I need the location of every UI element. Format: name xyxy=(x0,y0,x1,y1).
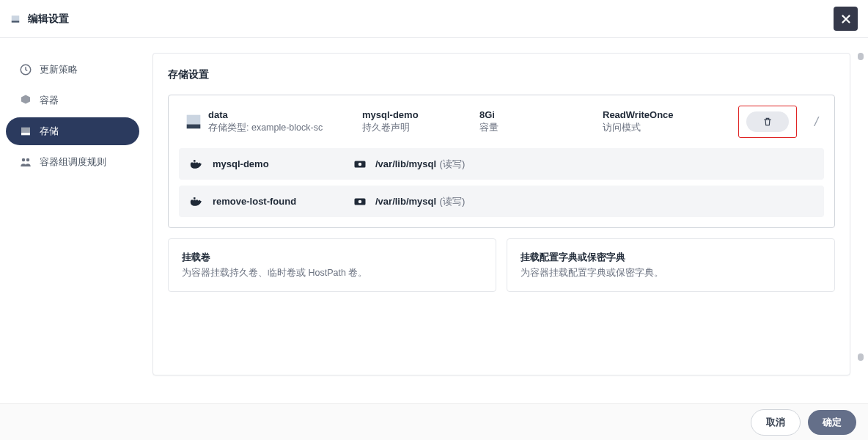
storage-icon xyxy=(10,14,21,24)
section-title: 存储设置 xyxy=(168,68,835,81)
storage-icon xyxy=(19,125,32,138)
volume-pvc-label: 持久卷声明 xyxy=(362,122,479,134)
sidebar-item-label: 容器 xyxy=(40,94,59,107)
mount-path: /var/lib/mysql xyxy=(375,196,436,207)
option-title: 挂载卷 xyxy=(182,251,482,264)
mount-name: mysql-demo xyxy=(213,158,345,169)
content-wrap: 存储设置 data 存储类型: example-block-sc mysql-d… xyxy=(145,38,868,403)
volume-icon xyxy=(179,111,208,132)
svg-rect-9 xyxy=(187,125,201,129)
main-area: 更新策略 容器 存储 容器组调度规则 存储设置 xyxy=(0,38,868,403)
docker-icon xyxy=(189,196,205,208)
volume-pvc: mysql-demo xyxy=(362,109,479,120)
sidebar-item-label: 存储 xyxy=(40,125,59,138)
svg-rect-5 xyxy=(21,128,30,133)
volume-mode-label: 访问模式 xyxy=(603,122,704,134)
close-button[interactable] xyxy=(834,7,858,31)
dialog-footer: 取消 确定 xyxy=(0,403,868,440)
svg-rect-1 xyxy=(12,21,20,22)
sidebar-item-scheduling[interactable]: 容器组调度规则 xyxy=(6,148,139,176)
mount-row: mysql-demo /var/lib/mysql (读写) xyxy=(179,148,824,180)
sidebar-item-update-policy[interactable]: 更新策略 xyxy=(6,56,139,84)
option-cards: 挂载卷 为容器挂载持久卷、临时卷或 HostPath 卷。 挂载配置字典或保密字… xyxy=(168,238,835,292)
volume-mode: ReadWriteOnce xyxy=(603,109,704,120)
dialog-header: 编辑设置 xyxy=(0,0,868,38)
header-left: 编辑设置 xyxy=(10,12,69,26)
sidebar-item-label: 更新策略 xyxy=(40,63,78,76)
volume-card: data 存储类型: example-block-sc mysql-demo 持… xyxy=(168,95,835,228)
option-desc: 为容器挂载持久卷、临时卷或 HostPath 卷。 xyxy=(182,267,482,279)
mount-name: remove-lost-found xyxy=(213,196,345,207)
svg-point-21 xyxy=(358,199,362,203)
cancel-button[interactable]: 取消 xyxy=(751,409,801,436)
svg-point-7 xyxy=(22,158,26,162)
option-title: 挂载配置字典或保密字典 xyxy=(521,251,821,264)
sidebar: 更新策略 容器 存储 容器组调度规则 xyxy=(0,38,145,403)
option-mount-volume[interactable]: 挂载卷 为容器挂载持久卷、临时卷或 HostPath 卷。 xyxy=(168,238,496,292)
svg-rect-19 xyxy=(194,197,196,199)
docker-icon xyxy=(189,158,205,170)
svg-rect-0 xyxy=(12,15,20,21)
volume-header: data 存储类型: example-block-sc mysql-demo 持… xyxy=(169,95,834,148)
sidebar-item-label: 容器组调度规则 xyxy=(40,155,106,169)
volume-type: 存储类型: example-block-sc xyxy=(208,122,362,134)
users-icon xyxy=(19,155,32,169)
dialog-title: 编辑设置 xyxy=(28,12,69,26)
sidebar-item-storage[interactable]: 存储 xyxy=(6,117,139,145)
option-desc: 为容器挂载配置字典或保密字典。 xyxy=(521,267,821,279)
delete-button[interactable] xyxy=(746,111,789,132)
volume-size: 8Gi xyxy=(479,109,603,120)
ok-button[interactable]: 确定 xyxy=(808,410,856,435)
svg-rect-13 xyxy=(194,160,196,162)
volume-name: data xyxy=(208,109,362,120)
clock-icon xyxy=(19,63,32,76)
mount-mode: (读写) xyxy=(440,158,466,169)
delete-highlight xyxy=(738,106,797,138)
content-panel: 存储设置 data 存储类型: example-block-sc mysql-d… xyxy=(152,53,850,375)
gear-icon xyxy=(352,195,368,208)
mount-row: remove-lost-found /var/lib/mysql (读写) xyxy=(179,186,824,217)
gear-icon xyxy=(352,158,368,171)
option-mount-configmap[interactable]: 挂载配置字典或保密字典 为容器挂载配置字典或保密字典。 xyxy=(507,238,835,292)
scrollbar[interactable] xyxy=(858,53,864,361)
svg-rect-6 xyxy=(21,133,30,135)
scroll-thumb-top xyxy=(858,53,864,60)
volume-size-label: 容量 xyxy=(479,122,603,134)
mount-mode: (读写) xyxy=(440,196,466,207)
scroll-thumb-bottom xyxy=(858,353,864,361)
svg-point-8 xyxy=(26,158,30,162)
sidebar-item-container[interactable]: 容器 xyxy=(6,87,139,114)
container-icon xyxy=(19,94,32,107)
svg-point-15 xyxy=(358,162,362,166)
edit-icon[interactable]: / xyxy=(814,114,824,130)
mount-path: /var/lib/mysql xyxy=(375,158,436,169)
